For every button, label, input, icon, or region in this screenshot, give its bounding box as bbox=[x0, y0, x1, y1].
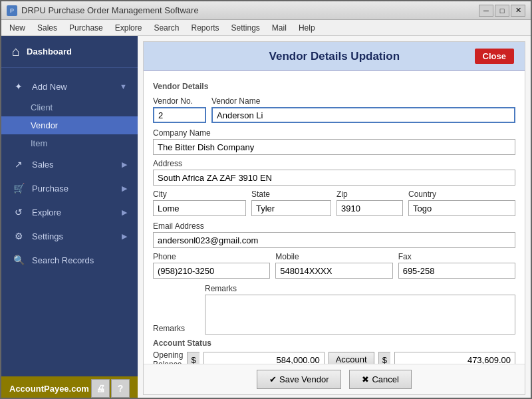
window-close-button[interactable]: ✕ bbox=[511, 5, 525, 17]
sidebar-add-new-section: ✦ Add New ▼ Client Vendor Item ↗ Sales ▶… bbox=[1, 68, 138, 279]
remarks-group: Remarks bbox=[205, 280, 515, 334]
dollar-sign-2: $ bbox=[378, 352, 390, 364]
sidebar-search-records-label: Search Records bbox=[32, 255, 94, 265]
account-balance-input[interactable] bbox=[394, 352, 515, 364]
form-body: Vendor Details Vendor No. Vendor Name Co… bbox=[144, 71, 525, 364]
vendor-no-name-row: Vendor No. Vendor Name bbox=[153, 92, 515, 123]
sidebar-item-add-new[interactable]: ✦ Add New ▼ bbox=[1, 74, 138, 98]
phone-label: Phone bbox=[153, 252, 270, 261]
sidebar-item-vendor[interactable]: Vendor bbox=[1, 116, 138, 134]
menu-purchase[interactable]: Purchase bbox=[64, 22, 108, 34]
footer-icons: 🖨 ? bbox=[91, 379, 130, 398]
sidebar-explore-label: Explore bbox=[32, 207, 61, 217]
mobile-label: Mobile bbox=[275, 252, 392, 261]
sidebar-header-label: Dashboard bbox=[27, 47, 72, 57]
vendor-no-label: Vendor No. bbox=[153, 96, 206, 106]
add-new-icon: ✦ bbox=[12, 80, 25, 93]
city-group: City bbox=[153, 186, 246, 216]
menu-help[interactable]: Help bbox=[293, 22, 321, 34]
cancel-label: Cancel bbox=[372, 374, 398, 384]
dollar-sign-1: $ bbox=[187, 352, 199, 364]
sidebar-item-purchase[interactable]: 🛒 Purchase ▶ bbox=[1, 176, 138, 200]
sidebar-settings-label: Settings bbox=[32, 231, 63, 241]
city-label: City bbox=[153, 190, 246, 199]
footer-bar: AccountPayee.com 🖨 ? bbox=[1, 376, 138, 399]
fax-group: Fax bbox=[398, 248, 515, 279]
cancel-x-icon: ✖ bbox=[362, 374, 369, 384]
save-vendor-button[interactable]: ✔ Save Vendor bbox=[257, 370, 341, 389]
explore-icon: ↺ bbox=[12, 205, 25, 219]
form-header: Vendor Details Updation Close bbox=[144, 42, 525, 71]
fax-label: Fax bbox=[398, 252, 515, 261]
remarks-row: Remarks Remarks bbox=[153, 280, 515, 334]
sidebar-header: ⌂ Dashboard bbox=[1, 36, 138, 68]
purchase-icon: 🛒 bbox=[12, 182, 25, 195]
sales-arrow-icon: ▶ bbox=[122, 160, 127, 169]
menu-reports[interactable]: Reports bbox=[186, 22, 224, 34]
form-panel: Vendor Details Updation Close Vendor Det… bbox=[143, 41, 525, 395]
search-records-icon: 🔍 bbox=[12, 253, 25, 267]
title-bar: P DRPU Purchase Order Management Softwar… bbox=[1, 1, 531, 20]
settings-icon: ⚙ bbox=[12, 229, 25, 243]
vendor-details-section-label: Vendor Details bbox=[153, 82, 515, 91]
remarks-textarea[interactable] bbox=[205, 295, 515, 334]
email-label: Email Address bbox=[153, 221, 515, 231]
address-group: Address bbox=[153, 155, 515, 186]
zip-group: Zip bbox=[336, 186, 403, 216]
form-close-button[interactable]: Close bbox=[475, 49, 514, 64]
address-input[interactable] bbox=[153, 170, 515, 186]
zip-input[interactable] bbox=[336, 200, 403, 216]
state-label: State bbox=[251, 190, 331, 199]
country-input[interactable] bbox=[408, 200, 515, 216]
menu-settings[interactable]: Settings bbox=[226, 22, 265, 34]
sidebar-purchase-label: Purchase bbox=[32, 184, 68, 194]
account-status-section-label: Account Status bbox=[153, 338, 515, 348]
add-new-arrow-icon: ▼ bbox=[120, 82, 127, 90]
menu-mail[interactable]: Mail bbox=[267, 22, 292, 34]
zip-label: Zip bbox=[336, 190, 403, 199]
menu-explore[interactable]: Explore bbox=[110, 22, 148, 34]
mobile-input[interactable] bbox=[275, 263, 392, 279]
country-label: Country bbox=[408, 190, 515, 199]
sidebar-item-settings[interactable]: ⚙ Settings ▶ bbox=[1, 224, 138, 248]
sidebar-item-search-records[interactable]: 🔍 Search Records bbox=[1, 248, 138, 272]
app-title: DRPU Purchase Order Management Software bbox=[21, 5, 199, 15]
vendor-name-input[interactable] bbox=[211, 107, 515, 123]
remarks-field-label: Remarks bbox=[205, 284, 515, 293]
minimize-button[interactable]: ─ bbox=[479, 5, 493, 17]
menu-new[interactable]: New bbox=[4, 22, 31, 34]
company-name-input[interactable] bbox=[153, 139, 515, 155]
company-name-label: Company Name bbox=[153, 128, 515, 138]
account-balance-button[interactable]: Account Balance bbox=[329, 352, 374, 364]
save-checkmark-icon: ✔ bbox=[269, 374, 277, 384]
main-layout: ⌂ Dashboard ✦ Add New ▼ Client Vendor It… bbox=[1, 36, 531, 399]
maximize-button[interactable]: □ bbox=[495, 5, 509, 17]
phone-input[interactable] bbox=[153, 263, 270, 279]
sidebar-item-item[interactable]: Item bbox=[1, 134, 138, 152]
app-icon: P bbox=[7, 5, 17, 16]
vendor-no-group: Vendor No. bbox=[153, 92, 206, 123]
phone-mobile-fax-row: Phone Mobile Fax bbox=[153, 248, 515, 279]
vendor-no-input[interactable] bbox=[153, 107, 206, 123]
dashboard-icon: ⌂ bbox=[12, 44, 20, 59]
sidebar-item-explore[interactable]: ↺ Explore ▶ bbox=[1, 200, 138, 224]
email-input[interactable] bbox=[153, 232, 515, 248]
help-icon[interactable]: ? bbox=[111, 379, 130, 398]
mobile-group: Mobile bbox=[275, 248, 392, 279]
sidebar-item-sales[interactable]: ↗ Sales ▶ bbox=[1, 152, 138, 176]
sales-icon: ↗ bbox=[12, 158, 25, 171]
city-state-zip-country-row: City State Zip Country bbox=[153, 186, 515, 216]
menu-sales[interactable]: Sales bbox=[32, 22, 63, 34]
city-input[interactable] bbox=[153, 200, 246, 216]
account-status-row: Opening Balance $ Account Balance $ bbox=[153, 350, 515, 364]
phone-group: Phone bbox=[153, 248, 270, 279]
fax-input[interactable] bbox=[398, 263, 515, 279]
menu-search[interactable]: Search bbox=[148, 22, 184, 34]
state-input[interactable] bbox=[251, 200, 331, 216]
sidebar-item-client[interactable]: Client bbox=[1, 98, 138, 116]
email-group: Email Address bbox=[153, 217, 515, 248]
company-name-group: Company Name bbox=[153, 124, 515, 155]
opening-balance-input[interactable] bbox=[203, 352, 325, 364]
print-icon[interactable]: 🖨 bbox=[91, 379, 110, 398]
cancel-button[interactable]: ✖ Cancel bbox=[349, 370, 411, 389]
